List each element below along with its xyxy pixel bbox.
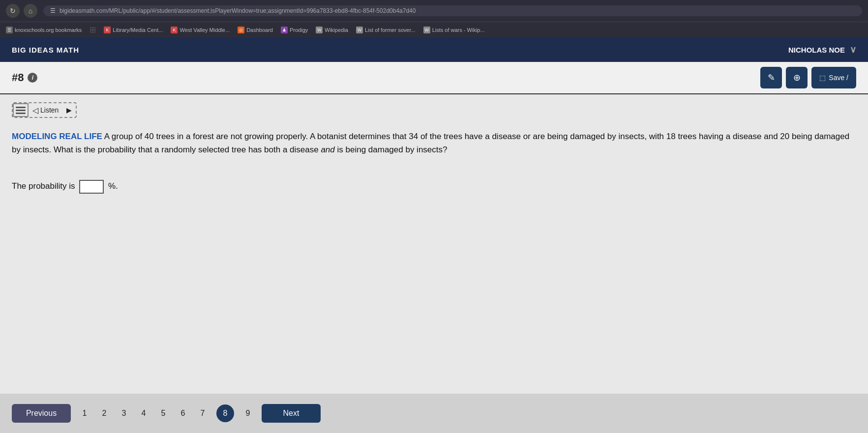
bookmarks-icon: ☰ — [6, 27, 13, 33]
probability-input[interactable] — [79, 180, 104, 194]
bookmark-dashboard-label: Dashboard — [246, 27, 273, 33]
listen-button[interactable]: ◁ Listen — [29, 104, 62, 117]
bookmark-westvalley-label: West Valley Middle... — [180, 27, 230, 33]
page-numbers: 1 2 3 4 5 6 7 8 9 — [79, 404, 254, 422]
page-8-active[interactable]: 8 — [216, 404, 234, 422]
bookmark-wikipedia-label: Wikipedia — [325, 27, 348, 33]
user-name: NICHOLAS NOE — [788, 46, 845, 54]
page-7[interactable]: 7 — [197, 409, 209, 418]
speaker-icon: ◁ — [32, 106, 38, 115]
page-3[interactable]: 3 — [118, 409, 130, 418]
nav-footer: Previous 1 2 3 4 5 6 7 8 9 Next — [0, 394, 868, 433]
save-label: Save / — [829, 74, 848, 82]
previous-button[interactable]: Previous — [12, 404, 71, 423]
bookmark-former-sover-label: List of former sover... — [365, 27, 416, 33]
answer-prefix: The probability is — [12, 182, 75, 191]
page-5[interactable]: 5 — [157, 409, 169, 418]
and-text: and — [321, 145, 334, 154]
bookmark-wars[interactable]: W Lists of wars - Wikip... — [423, 27, 485, 33]
bookmark-library[interactable]: K Library/Media Cent... — [104, 27, 163, 33]
modeling-label: MODELING REAL LIFE — [12, 132, 102, 141]
bookmark-item[interactable]: ☰ knoxschools.org bookmarks — [6, 27, 82, 33]
bookmark-westvalley[interactable]: K West Valley Middle... — [171, 27, 230, 33]
reload-button[interactable]: ↻ — [6, 4, 20, 18]
browser-bar: ↻ ⌂ ☰ bigideasmath.com/MRL/public/app/#/… — [0, 0, 868, 22]
toolbar-right: ✎ ⊕ ⬚ Save / — [760, 67, 856, 88]
lines-icon — [13, 103, 29, 117]
page-6[interactable]: 6 — [177, 409, 189, 418]
url-icon: ☰ — [50, 7, 56, 14]
dashboard-icon: ◎ — [238, 27, 244, 33]
listen-label: Listen — [40, 106, 59, 114]
question-number-text: #8 — [12, 71, 24, 84]
line-bar-2 — [16, 110, 26, 111]
listen-bar: ◁ Listen ▶ — [0, 94, 868, 122]
question-number: #8 i — [12, 71, 37, 84]
save-icon: ⬚ — [819, 74, 826, 82]
app-header: BIG IDEAS MATH NICHOLAS NOE ∨ — [0, 37, 868, 62]
page-1[interactable]: 1 — [79, 409, 90, 418]
calculator-button[interactable]: ⊕ — [786, 67, 808, 88]
library-icon: K — [104, 27, 111, 33]
save-button[interactable]: ⬚ Save / — [811, 67, 856, 88]
wikipedia-icon: W — [316, 27, 323, 33]
bookmark-wikipedia[interactable]: W Wikipedia — [316, 27, 348, 33]
next-button[interactable]: Next — [262, 404, 321, 423]
prodigy-icon: ♟ — [281, 27, 288, 33]
answer-area: The probability is %. — [0, 168, 868, 205]
bookmark-prodigy-label: Prodigy — [290, 27, 308, 33]
former-sover-icon: W — [356, 27, 363, 33]
header-center: NICHOLAS NOE ∨ — [788, 44, 856, 55]
url-text: bigideasmath.com/MRL/public/app/#/studen… — [60, 7, 416, 14]
page-2[interactable]: 2 — [98, 409, 110, 418]
browser-controls: ↻ ⌂ — [6, 4, 37, 18]
bookmark-label: knoxschools.org bookmarks — [15, 27, 82, 33]
calculator-icon: ⊕ — [793, 72, 801, 83]
main-content: #8 i ✎ ⊕ ⬚ Save / ◁ Listen — [0, 62, 868, 433]
play-button[interactable]: ▶ — [62, 104, 76, 116]
line-bar-3 — [16, 113, 26, 114]
apps-icon: ⊞ — [90, 25, 96, 34]
question-header: #8 i ✎ ⊕ ⬚ Save / — [0, 62, 868, 94]
user-menu-chevron[interactable]: ∨ — [850, 44, 856, 55]
listen-container: ◁ Listen ▶ — [12, 102, 77, 118]
bookmark-dashboard[interactable]: ◎ Dashboard — [238, 27, 273, 33]
bookmarks-bar: ☰ knoxschools.org bookmarks ⊞ K Library/… — [0, 22, 868, 37]
answer-suffix: %. — [108, 182, 118, 191]
app-title: BIG IDEAS MATH — [12, 46, 79, 54]
westvalley-icon: K — [171, 27, 178, 33]
address-bar[interactable]: ☰ bigideasmath.com/MRL/public/app/#/stud… — [43, 5, 862, 16]
wars-icon: W — [423, 27, 430, 33]
question-text-2: is being damaged by insects? — [335, 145, 448, 154]
question-body: MODELING REAL LIFE A group of 40 trees i… — [0, 122, 868, 168]
line-bar-1 — [16, 107, 26, 108]
bookmark-prodigy[interactable]: ♟ Prodigy — [281, 27, 308, 33]
home-button[interactable]: ⌂ — [24, 4, 37, 18]
bookmark-former-sover[interactable]: W List of former sover... — [356, 27, 416, 33]
page-9[interactable]: 9 — [242, 409, 254, 418]
bookmark-library-label: Library/Media Cent... — [113, 27, 163, 33]
play-icon: ▶ — [66, 106, 72, 114]
info-icon[interactable]: i — [28, 73, 37, 83]
bookmark-wars-label: Lists of wars - Wikip... — [432, 27, 485, 33]
page-4[interactable]: 4 — [138, 409, 150, 418]
edit-button[interactable]: ✎ — [760, 67, 782, 88]
edit-icon: ✎ — [768, 72, 775, 83]
